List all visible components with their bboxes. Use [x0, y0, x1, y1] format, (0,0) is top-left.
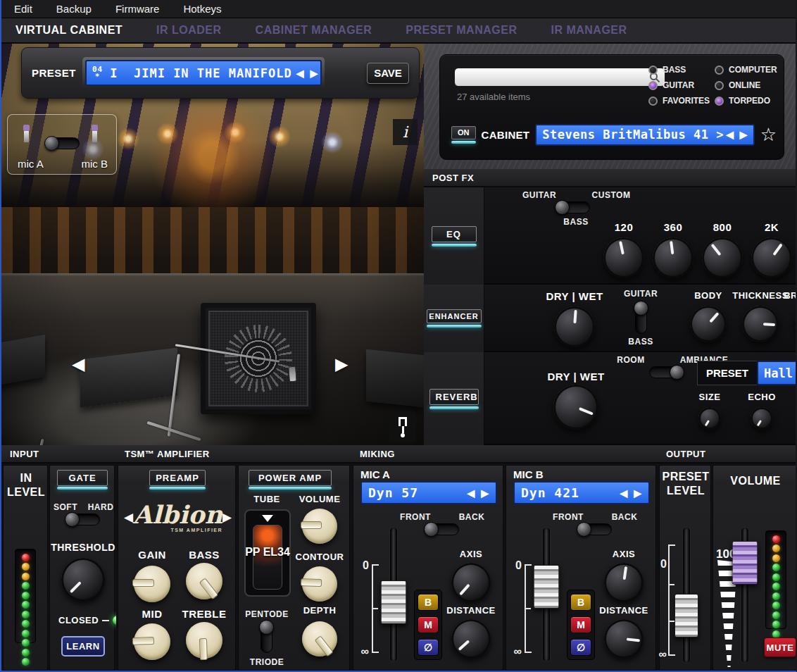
enhancer-thickness-knob[interactable] [742, 306, 779, 342]
mic-a-distance-knob[interactable] [451, 619, 491, 659]
menu-hotkeys[interactable]: Hotkeys [183, 3, 221, 15]
tab-virtual-cabinet[interactable]: VIRTUAL CABINET [15, 24, 123, 37]
mic-b-mute-button[interactable]: M [570, 616, 591, 633]
cabinet-display[interactable]: Stevens BritMalibus 41 > ◀ ▶ [535, 124, 754, 146]
mic-b-axis-knob[interactable] [604, 563, 644, 602]
reverb-size-label: SIZE [699, 392, 721, 402]
eq-120-knob[interactable] [603, 237, 644, 278]
cabinet-on-button[interactable]: ON [451, 126, 476, 144]
mic-b-next[interactable]: ▶ [634, 487, 642, 499]
reverb-preset-display[interactable]: Hall A ◀ ▶ [757, 361, 797, 385]
mic-b-scale-inf: ∞ [514, 645, 522, 658]
mic-a-next[interactable]: ▶ [481, 487, 489, 499]
threshold-knob[interactable] [61, 558, 105, 602]
reverb-button[interactable]: REVERB [429, 389, 479, 405]
mic-b-distance-knob[interactable] [604, 619, 644, 659]
mic-a-display[interactable]: Dyn 57 ◀ ▶ [360, 481, 497, 504]
mic-a-front-back-switch[interactable] [425, 523, 459, 535]
stage-photo: ◀ ▶ PRESET 04* I JIMI IN THE MANIFOLD ◀ … [1, 44, 424, 445]
microphone-view-button[interactable] [389, 411, 416, 442]
info-button[interactable]: i [393, 119, 418, 145]
mic-b-front-back-switch[interactable] [578, 523, 612, 535]
amp-model-prev[interactable]: ◀ [124, 510, 133, 525]
preset-prev-arrow[interactable]: ◀ [296, 68, 305, 79]
search-input[interactable] [459, 71, 649, 83]
gain-knob[interactable] [134, 566, 170, 602]
enhancer-body-knob[interactable] [690, 306, 727, 342]
pentode-triode-switch[interactable] [261, 621, 272, 653]
reverb-size-knob[interactable] [698, 407, 721, 430]
poweramp-button[interactable]: POWER AMP [249, 470, 332, 486]
mic-b-phase-button[interactable]: ∅ [570, 639, 591, 656]
eq-mode-switch[interactable] [556, 201, 590, 213]
cabinet-next-arrow[interactable]: ▶ [739, 129, 747, 140]
mic-ab-switch[interactable] [46, 137, 80, 149]
cabinet-prev-arrow[interactable]: ◀ [726, 129, 734, 140]
learn-button[interactable]: LEARN [61, 636, 105, 657]
mic-b-prev[interactable]: ◀ [620, 487, 628, 499]
tab-ir-loader[interactable]: IR LOADER [156, 24, 222, 37]
reverb-drywet-knob[interactable] [553, 385, 598, 430]
radio-bass[interactable]: BASS [648, 65, 686, 75]
photo-vignette [1, 44, 424, 445]
preset-display[interactable]: 04* I JIMI IN THE MANIFOLD ◀ ▶ [85, 60, 322, 86]
in-level-label: IN LEVEL [7, 471, 45, 499]
gate-button[interactable]: GATE [57, 470, 108, 486]
favorite-star-icon[interactable]: ☆ [760, 125, 777, 144]
stage-prev-arrow[interactable]: ◀ [72, 356, 84, 373]
stage-next-arrow[interactable]: ▶ [335, 356, 348, 373]
mic-a-mute-button[interactable]: M [418, 616, 439, 633]
eq-800-knob[interactable] [702, 237, 743, 278]
save-button[interactable]: SAVE [367, 63, 409, 84]
mic-a-axis-knob[interactable] [451, 563, 491, 602]
tab-ir-manager[interactable]: IR MANAGER [551, 24, 627, 37]
eq-2k-knob[interactable] [751, 237, 792, 278]
mic-b-fader[interactable] [534, 565, 560, 609]
radio-online[interactable]: ONLINE [715, 80, 760, 90]
radio-favorites[interactable]: FAVORITES [648, 96, 710, 106]
enhancer-button[interactable]: ENHANCER [427, 309, 482, 323]
tube-display[interactable]: PP EL34 [244, 509, 291, 597]
mic-b-display[interactable]: Dyn 421 ◀ ▶ [513, 481, 650, 504]
poweramp-volume-knob[interactable] [302, 509, 337, 544]
preset-bar: PRESET 04* I JIMI IN THE MANIFOLD ◀ ▶ SA… [21, 47, 420, 99]
preset-next-arrow[interactable]: ▶ [310, 68, 318, 79]
enhancer-drywet-knob[interactable] [554, 306, 595, 347]
gate-mode-switch[interactable] [66, 514, 100, 525]
preamp-button[interactable]: PREAMP [149, 470, 206, 486]
search-box[interactable] [454, 68, 665, 87]
volume-fader[interactable] [732, 541, 758, 585]
mute-button[interactable]: MUTE [764, 637, 796, 657]
cabinet-name: Stevens BritMalibus 41 > [542, 127, 724, 142]
preset-label: PRESET [32, 67, 82, 79]
mic-b-bypass-button[interactable]: B [570, 594, 591, 611]
radio-torpedo[interactable]: TORPEDO [715, 96, 770, 106]
depth-knob[interactable] [302, 621, 337, 657]
radio-computer[interactable]: COMPUTER [715, 65, 777, 75]
mic-a-bypass-button[interactable]: B [418, 594, 439, 611]
treble-label: TREBLE [182, 608, 227, 620]
radio-guitar[interactable]: GUITAR [648, 80, 694, 90]
preset-level-fader[interactable] [674, 594, 698, 637]
menu-edit[interactable]: Edit [14, 3, 32, 15]
reverb-echo-knob[interactable] [751, 407, 773, 430]
eq-button[interactable]: EQ [432, 226, 477, 242]
mic-a-prev[interactable]: ◀ [467, 487, 475, 499]
eq-360-knob[interactable] [653, 237, 694, 278]
contour-knob[interactable] [302, 566, 337, 602]
mid-knob[interactable] [134, 623, 170, 660]
menu-firmware[interactable]: Firmware [115, 3, 160, 15]
enhancer-mode-switch[interactable] [635, 301, 647, 334]
tab-cabinet-manager[interactable]: CABINET MANAGER [256, 24, 372, 37]
bass-knob[interactable] [186, 563, 222, 599]
tab-preset-manager[interactable]: PRESET MANAGER [406, 24, 517, 37]
menu-backup[interactable]: Backup [56, 3, 92, 15]
treble-knob[interactable] [186, 622, 222, 659]
gate-soft-label: SOFT [54, 502, 77, 512]
reverb-mode-switch[interactable] [649, 366, 683, 378]
enhancer-rail: ENHANCER [424, 285, 484, 352]
mic-a-phase-button[interactable]: ∅ [418, 639, 439, 656]
radio-computer-dot [715, 66, 724, 75]
amp-model-next[interactable]: ▶ [222, 510, 232, 525]
mic-a-fader[interactable] [381, 580, 407, 624]
